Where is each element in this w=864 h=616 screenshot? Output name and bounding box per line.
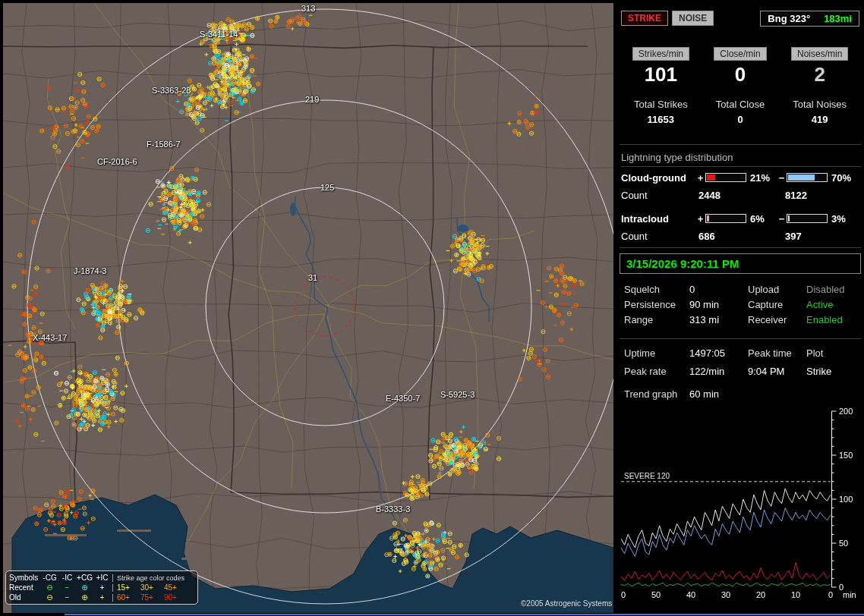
svg-text:100: 100 bbox=[839, 495, 853, 504]
cg-minus-bar bbox=[787, 173, 828, 182]
uptime-label: Uptime bbox=[624, 347, 655, 359]
peak-time-value: 9:04 PM bbox=[748, 366, 784, 377]
total-strikes-label: Total Strikes bbox=[621, 99, 701, 110]
divider bbox=[620, 247, 861, 248]
legend-row-label: Old bbox=[9, 594, 41, 602]
total-noises-value: 419 bbox=[780, 114, 859, 125]
window-edge bbox=[65, 614, 864, 615]
stats-row: Peak rate 122/min 9:04 PM Strike bbox=[624, 366, 861, 381]
totals-label-row: Total Strikes Total Close Total Noises bbox=[621, 99, 859, 110]
intracloud-row: Intracloud + 6% − 3% bbox=[621, 212, 862, 225]
minus-sign: − bbox=[777, 213, 787, 225]
svg-text:20: 20 bbox=[756, 590, 765, 599]
trend-header-row: Trend graph 60 min bbox=[624, 388, 861, 404]
squelch-value: 0 bbox=[689, 284, 695, 295]
copyright-text: ©2005 Astrogenic Systems bbox=[521, 599, 612, 608]
legend-col-header: +CG bbox=[76, 574, 93, 582]
cloud-ground-row: Cloud-ground + 21% − 70% bbox=[621, 171, 862, 184]
cg-plus-pct: 21% bbox=[746, 172, 777, 184]
cg-minus-pct: 70% bbox=[828, 172, 858, 184]
ic-plus-bar bbox=[705, 214, 746, 223]
svg-text:SEVERE 120: SEVERE 120 bbox=[624, 472, 670, 480]
ic-minus-bar bbox=[787, 214, 828, 223]
upload-label: Upload bbox=[748, 284, 779, 295]
range-value: 313 mi bbox=[689, 314, 719, 325]
lightning-map: 31321912531S-3411-14S-3363-28F-1586-7CF-… bbox=[3, 3, 613, 613]
settings-row: Persistence 90 min Capture Active bbox=[624, 299, 861, 314]
age-code: 45+ bbox=[164, 584, 188, 592]
noises-per-min-value: 2 bbox=[780, 64, 859, 85]
legend-col-header: +IC bbox=[93, 574, 111, 582]
svg-text:min: min bbox=[843, 590, 856, 599]
cg-plus-count: 2448 bbox=[698, 190, 721, 201]
settings-row: Squelch 0 Upload Disabled bbox=[624, 284, 861, 299]
close-per-min-chip[interactable]: Close/min bbox=[714, 47, 766, 61]
map-legend: Symbols-CG-IC+CG+ICStrike age color code… bbox=[5, 570, 198, 605]
strike-symbol-icon: − bbox=[58, 584, 76, 592]
lightning-map-canvas[interactable] bbox=[3, 3, 613, 613]
status-panel: STRIKE NOISE Bng 323° 183mi Strikes/min … bbox=[616, 0, 864, 616]
age-code: 15+ bbox=[117, 584, 140, 592]
strike-symbol-icon: + bbox=[93, 584, 111, 592]
receiver-label: Receiver bbox=[748, 314, 787, 325]
settings-row: Range 313 mi Receiver Enabled bbox=[624, 314, 861, 329]
cg-plus-bar bbox=[705, 173, 746, 182]
close-per-min-value: 0 bbox=[701, 64, 780, 85]
rate-chip-row: Strikes/min Close/min Noises/min bbox=[621, 47, 859, 61]
ic-plus-count: 686 bbox=[698, 231, 715, 242]
total-close-label: Total Close bbox=[701, 99, 780, 110]
squelch-label: Squelch bbox=[624, 284, 660, 295]
trend-window-value: 60 min bbox=[689, 388, 719, 400]
datetime-display: 3/15/2026 9:20:11 PM bbox=[620, 253, 861, 274]
persistence-value: 90 min bbox=[689, 299, 719, 310]
legend-age-values: 60+75+90+ bbox=[112, 594, 194, 602]
plot-label: Plot bbox=[806, 347, 823, 359]
legend-row-label: Recent bbox=[9, 584, 41, 592]
trend-graph-label: Trend graph bbox=[624, 388, 677, 400]
bearing-value: Bng 323° bbox=[768, 13, 810, 24]
ic-count-row: Count 686 397 bbox=[621, 231, 862, 243]
persistence-label: Persistence bbox=[624, 299, 676, 310]
plus-sign: + bbox=[695, 172, 705, 184]
receiver-status: Enabled bbox=[806, 314, 843, 325]
svg-text:30: 30 bbox=[721, 590, 730, 599]
svg-text:50: 50 bbox=[651, 590, 661, 599]
legend-col-header: -IC bbox=[58, 574, 76, 582]
strike-symbol-icon: − bbox=[58, 594, 76, 602]
svg-text:0: 0 bbox=[828, 590, 833, 599]
bearing-readout: Bng 323° 183mi bbox=[760, 11, 859, 27]
trend-graph: SEVERE 1202001501005006050403020100min bbox=[621, 407, 862, 601]
total-strikes-value: 11653 bbox=[621, 114, 701, 125]
minus-sign: − bbox=[777, 172, 787, 184]
peak-rate-value: 122/min bbox=[689, 366, 724, 377]
ic-minus-pct: 3% bbox=[828, 213, 858, 225]
ic-minus-count: 397 bbox=[785, 231, 802, 242]
age-code: 75+ bbox=[140, 594, 164, 602]
svg-text:150: 150 bbox=[839, 451, 853, 460]
svg-text:40: 40 bbox=[686, 590, 695, 599]
range-label: Range bbox=[624, 314, 653, 325]
svg-text:200: 200 bbox=[839, 407, 853, 416]
legend-symbols-header: Symbols bbox=[9, 574, 41, 582]
age-code: 60+ bbox=[117, 594, 140, 602]
cg-count-row: Count 2448 8122 bbox=[621, 190, 862, 202]
divider bbox=[620, 144, 861, 145]
noises-per-min-chip[interactable]: Noises/min bbox=[791, 47, 848, 61]
rate-values-row: 101 0 2 bbox=[621, 64, 859, 85]
trend-graph-plot: SEVERE 1202001501005006050403020100min bbox=[621, 407, 862, 601]
peak-time-label: Peak time bbox=[748, 347, 792, 359]
legend-age-values: 15+30+45+ bbox=[112, 584, 194, 592]
plot-value: Strike bbox=[806, 366, 831, 377]
svg-text:10: 10 bbox=[791, 590, 800, 599]
strike-toggle-button[interactable]: STRIKE bbox=[621, 11, 668, 26]
strike-symbol-icon: ⊕ bbox=[76, 584, 93, 592]
uptime-value: 1497:05 bbox=[689, 347, 725, 359]
capture-label: Capture bbox=[748, 299, 783, 310]
noise-toggle-button[interactable]: NOISE bbox=[672, 11, 714, 26]
intracloud-label: Intracloud bbox=[621, 213, 695, 225]
strikes-per-min-value: 101 bbox=[621, 64, 701, 85]
upload-status: Disabled bbox=[806, 284, 845, 295]
panel-topbar: STRIKE NOISE Bng 323° 183mi bbox=[621, 9, 859, 27]
strike-symbol-icon: ⊖ bbox=[41, 594, 58, 602]
strikes-per-min-chip[interactable]: Strikes/min bbox=[632, 47, 689, 61]
